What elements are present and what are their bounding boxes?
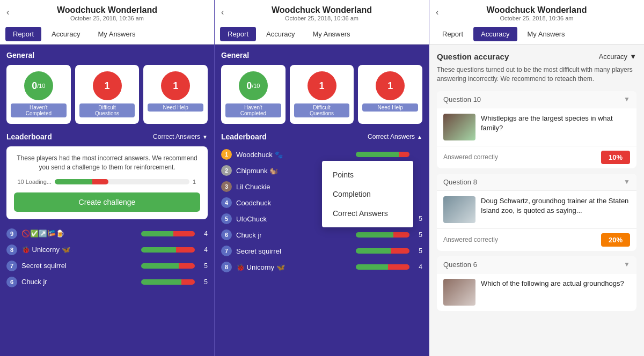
answer-label-8: Answered correctly (443, 236, 498, 243)
tab-accuracy-2[interactable]: Accuracy (259, 27, 302, 41)
leaderboard-desc-1: These players had the most incorrect ans… (14, 154, 200, 172)
panel-2-title: Woodchuck Wonderland (223, 5, 421, 15)
question-body-8: Doug Schwartz, groundhog trainer at the … (437, 191, 636, 228)
answer-label-10: Answered correctly (443, 153, 498, 161)
tab-myanswers-1[interactable]: My Answers (91, 27, 143, 41)
question-card-header-6: Question 6 ▼ (437, 256, 636, 273)
player-row-8un: 8 🐞 Unicorny 🦋 4 (221, 259, 422, 275)
player-row-7s: 7 Secret squirrel 5 (6, 258, 208, 274)
leaderboard-header-1: Leaderboard Correct Answers ▼ (6, 132, 208, 141)
panel-2-header: ‹ Woodchuck Wonderland October 25, 2018,… (215, 0, 429, 24)
tab-report-3[interactable]: Report (435, 27, 471, 41)
panel-1-content: General 0/10 Haven'tCompleted 1 Difficul… (0, 44, 214, 356)
stat-card-needhelp-1: 1 Need Help (143, 65, 208, 124)
tab-report-2[interactable]: Report (220, 27, 256, 41)
answer-pct-10: 10% (601, 151, 630, 164)
question-card-8: Question 8 ▼ Doug Schwartz, groundhog tr… (437, 174, 636, 251)
player-rank-8un: 8 (221, 262, 232, 272)
accuracy-sort-chevron: ▼ (630, 53, 636, 61)
panel-3-content: Question accuracy Accuracy ▼ These quest… (429, 44, 644, 356)
question-chevron-10[interactable]: ▼ (624, 95, 630, 103)
stat-label-difficult-2: DifficultQuestions (294, 103, 350, 117)
panel-2: ‹ Woodchuck Wonderland October 25, 2018,… (215, 0, 429, 356)
loading-label-1: 10 Loading... (14, 179, 52, 185)
stat-label-needhelp-1: Need Help (148, 103, 203, 112)
back-arrow-3[interactable]: ‹ (436, 8, 438, 17)
back-arrow-2[interactable]: ‹ (221, 8, 224, 17)
player-row-7ss: 7 Secret squirrel 5 (221, 243, 422, 259)
player-row-9: 9 🚫✅↗️🎏🍺 4 (6, 226, 208, 242)
sort-arrow-1: ▼ (202, 134, 208, 140)
sort-arrow-2: ▲ (417, 134, 422, 140)
stat-card-havent-1: 0/10 Haven'tCompleted (6, 65, 71, 124)
player-row-6cj: 6 Chuck jr 5 (221, 227, 422, 243)
player-rank-9: 9 (6, 228, 17, 239)
dropdown-item-points[interactable]: Points (322, 165, 413, 184)
player-bar-7s (141, 263, 195, 269)
section-title-1: General (6, 51, 208, 60)
player-name-9: 🚫✅↗️🎏🍺 (21, 229, 137, 238)
sort-label-1[interactable]: Correct Answers ▼ (153, 133, 208, 140)
panel-2-subtitle: October 25, 2018, 10:36 am (223, 15, 421, 21)
player-bar-6cj (356, 232, 409, 238)
question-img-10 (443, 114, 475, 140)
panel-3-subtitle: October 25, 2018, 10:36 am (437, 15, 636, 21)
player-row-8u: 8 🐞 Unicorny 🦋 4 (6, 242, 208, 258)
player-score-9: 4 (199, 230, 208, 238)
question-num-8: Question 8 (443, 178, 477, 186)
question-card-6: Question 6 ▼ Which of the following are … (437, 256, 636, 311)
tab-myanswers-2[interactable]: My Answers (305, 27, 358, 41)
player-name-6cj: Chuck jr (236, 231, 352, 239)
panel-3-header: ‹ Woodchuck Wonderland October 25, 2018,… (429, 0, 644, 24)
tab-accuracy-3[interactable]: Accuracy (473, 27, 517, 41)
player-bar-8u (141, 247, 195, 253)
loading-dual-bar-1 (55, 179, 108, 184)
accuracy-header: Question accuracy Accuracy ▼ (437, 52, 636, 61)
dropdown-item-completion[interactable]: Completion (322, 184, 413, 204)
player-list-1: 9 🚫✅↗️🎏🍺 4 8 🐞 Unicorny 🦋 4 7 S (6, 226, 208, 290)
panel-1-subtitle: October 25, 2018, 10:36 am (8, 15, 206, 21)
loading-score-1: 1 (193, 179, 200, 185)
stat-card-difficult-2: 1 DifficultQuestions (290, 65, 354, 124)
stat-cards-1: 0/10 Haven'tCompleted 1 DifficultQuestio… (6, 65, 208, 124)
player-name-7ss: Secret squirrel (236, 247, 352, 255)
stat-label-needhelp-2: Need Help (362, 103, 418, 112)
tab-report-1[interactable]: Report (5, 27, 41, 41)
question-chevron-6[interactable]: ▼ (624, 261, 630, 268)
panel-1-tabs: Report Accuracy My Answers (0, 24, 214, 44)
question-img-6 (443, 279, 475, 306)
stat-circle-1: 1 (93, 71, 122, 100)
tab-myanswers-3[interactable]: My Answers (520, 27, 573, 41)
player-rank-1w: 1 (221, 149, 232, 160)
player-name-1w: Woodchuck 🐾 (236, 151, 352, 159)
player-rank-3lc: 3 (221, 181, 232, 192)
accuracy-title: Question accuracy (437, 52, 509, 61)
question-text-8: Doug Schwartz, groundhog trainer at the … (481, 196, 630, 223)
section-title-2: General (221, 51, 422, 60)
loading-bar-1 (55, 179, 189, 184)
player-name-8u: 🐞 Unicorny 🦋 (21, 246, 137, 254)
question-num-10: Question 10 (443, 95, 481, 103)
stat-label-havent-1: Haven'tCompleted (11, 103, 67, 117)
stat-circle-2: 1 (161, 71, 190, 100)
stat-circle-2-0: 0/10 (239, 71, 268, 100)
tab-accuracy-1[interactable]: Accuracy (44, 27, 87, 41)
question-chevron-8[interactable]: ▼ (624, 178, 630, 186)
create-challenge-btn-1[interactable]: Create challenge (14, 192, 200, 212)
player-score-8un: 4 (414, 263, 422, 271)
accuracy-sort[interactable]: Accuracy ▼ (599, 53, 636, 61)
stat-circle-2-1: 1 (308, 71, 336, 100)
dropdown-item-correct-answers[interactable]: Correct Answers (322, 204, 413, 223)
answer-row-10: Answered correctly 10% (437, 146, 636, 168)
player-rank-8u: 8 (6, 244, 17, 255)
player-score-7s: 5 (199, 262, 208, 270)
stat-label-difficult-1: DifficultQuestions (79, 103, 135, 117)
question-card-10: Question 10 ▼ Whistlepigs are the larges… (437, 91, 636, 168)
player-rank-2ch: 2 (221, 165, 232, 176)
question-text-6: Which of the following are actual ground… (481, 279, 624, 306)
player-name-7s: Secret squirrel (21, 262, 137, 270)
panel-1-title: Woodchuck Wonderland (8, 5, 206, 15)
back-arrow-1[interactable]: ‹ (6, 8, 9, 17)
loading-red-1 (92, 179, 108, 184)
sort-label-2[interactable]: Correct Answers ▲ (368, 133, 422, 140)
